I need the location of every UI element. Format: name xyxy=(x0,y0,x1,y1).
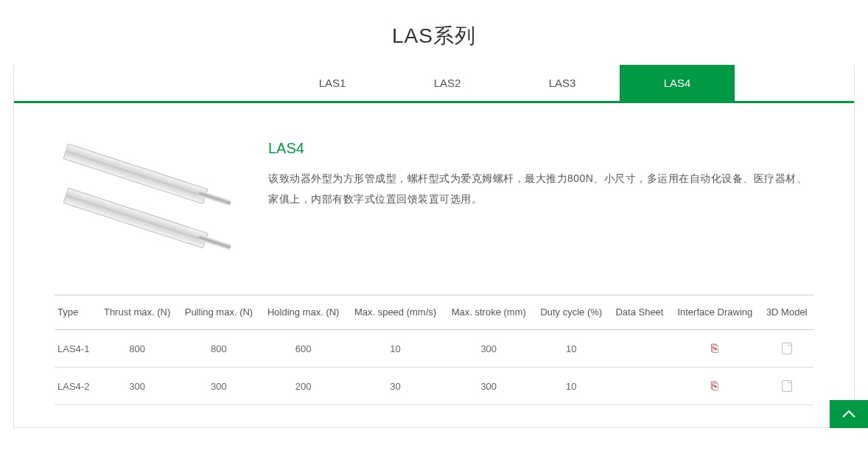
col-type: Type xyxy=(55,295,97,330)
cell-stroke: 300 xyxy=(444,368,533,405)
cell-pulling: 300 xyxy=(178,368,260,405)
cell-type: LAS4-1 xyxy=(55,330,97,368)
tab-las2[interactable]: LAS2 xyxy=(390,65,505,101)
tab-las3[interactable]: LAS3 xyxy=(505,65,620,101)
cell-type: LAS4-2 xyxy=(55,368,97,405)
cell-holding: 600 xyxy=(260,330,346,368)
page-title: LAS系列 xyxy=(0,0,868,65)
file-icon[interactable] xyxy=(782,380,792,392)
cell-speed: 30 xyxy=(346,368,444,405)
product-description: 该致动器外型为方形管成型，螺杆型式为爱克姆螺杆，最大推力800N、小尺寸，多运用… xyxy=(268,168,813,209)
col-pulling: Pulling max. (N) xyxy=(178,295,260,330)
tab-spacer xyxy=(14,65,275,101)
col-stroke: Max. stroke (mm) xyxy=(444,295,533,330)
cell-pulling: 800 xyxy=(178,330,260,368)
col-datasheet: Data Sheet xyxy=(609,295,671,330)
chevron-up-icon xyxy=(841,410,856,418)
cell-holding: 200 xyxy=(260,368,346,405)
cell-duty: 10 xyxy=(533,368,609,405)
table-header-row: Type Thrust max. (N) Pulling max. (N) Ho… xyxy=(55,295,813,330)
pdf-icon[interactable]: ⎘ xyxy=(711,342,718,355)
tab-las4[interactable]: LAS4 xyxy=(620,65,735,101)
col-3dmodel: 3D Model xyxy=(760,295,813,330)
cell-duty: 10 xyxy=(533,330,609,368)
product-image xyxy=(55,140,246,273)
col-drawing: Interface Drawing xyxy=(670,295,760,330)
tab-content: LAS4 该致动器外型为方形管成型，螺杆型式为爱克姆螺杆，最大推力800N、小尺… xyxy=(14,103,854,427)
cell-datasheet xyxy=(609,368,671,405)
col-duty: Duty cycle (%) xyxy=(533,295,609,330)
cell-stroke: 300 xyxy=(444,330,533,368)
spec-table: Type Thrust max. (N) Pulling max. (N) Ho… xyxy=(55,295,813,405)
col-holding: Holding max. (N) xyxy=(260,295,346,330)
cell-thrust: 300 xyxy=(97,368,178,405)
file-icon[interactable] xyxy=(782,343,792,354)
product-name: LAS4 xyxy=(268,140,813,157)
tab-las1[interactable]: LAS1 xyxy=(275,65,390,101)
col-thrust: Thrust max. (N) xyxy=(97,295,178,330)
tab-bar: LAS1 LAS2 LAS3 LAS4 xyxy=(14,65,854,103)
table-row: LAS4-1 800 800 600 10 300 10 ⎘ xyxy=(55,330,813,368)
pdf-icon[interactable]: ⎘ xyxy=(711,379,718,393)
table-row: LAS4-2 300 300 200 30 300 10 ⎘ xyxy=(55,368,813,405)
product-header: LAS4 该致动器外型为方形管成型，螺杆型式为爱克姆螺杆，最大推力800N、小尺… xyxy=(55,140,813,273)
cell-thrust: 800 xyxy=(97,330,178,368)
product-container: LAS1 LAS2 LAS3 LAS4 LAS4 该致动器外型为方形管成型，螺杆… xyxy=(13,65,855,428)
col-speed: Max. speed (mm/s) xyxy=(346,295,444,330)
product-info: LAS4 该致动器外型为方形管成型，螺杆型式为爱克姆螺杆，最大推力800N、小尺… xyxy=(268,140,813,273)
tab-spacer xyxy=(735,65,854,101)
cell-datasheet xyxy=(609,330,671,368)
cell-speed: 10 xyxy=(346,330,444,368)
scroll-top-button[interactable] xyxy=(830,400,868,428)
